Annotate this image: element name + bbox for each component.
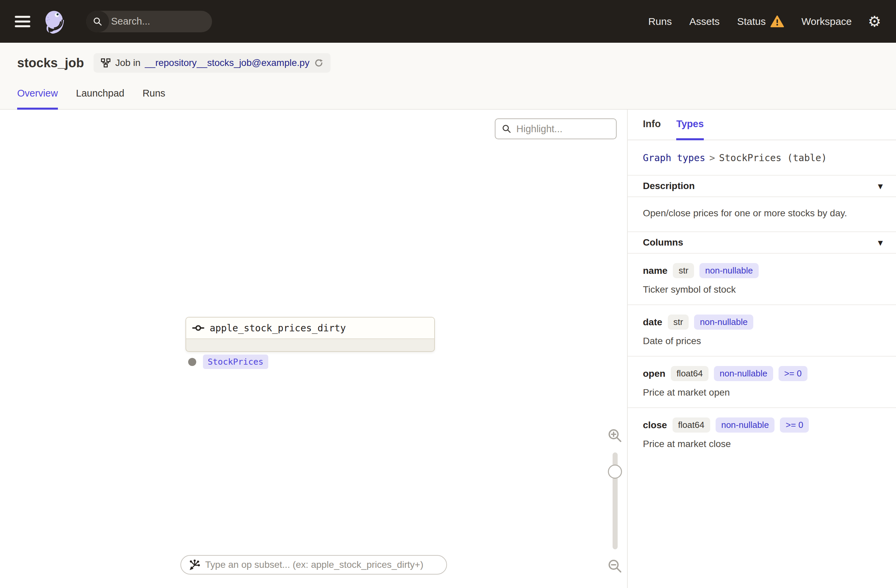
workspace-tree-icon <box>100 58 111 68</box>
zoom-controls <box>606 427 624 574</box>
sidebar-tabs: Info Types <box>628 109 896 140</box>
description-text: Open/close prices for one or more stocks… <box>628 197 896 231</box>
zoom-out-icon[interactable] <box>607 558 623 574</box>
highlight-input[interactable] <box>516 123 610 135</box>
details-sidebar: Info Types Graph types>StockPrices (tabl… <box>628 109 896 588</box>
zoom-slider-knob[interactable] <box>608 465 622 479</box>
app-window: / Runs Assets Status Workspace ⚙ stocks_… <box>0 0 896 588</box>
type-badge: float64 <box>672 418 710 433</box>
output-type-tag[interactable]: StockPrices <box>203 354 268 369</box>
search-input[interactable] <box>109 16 212 27</box>
reload-icon[interactable] <box>314 58 324 68</box>
tab-runs[interactable]: Runs <box>142 88 165 109</box>
constraint-badge: >= 0 <box>779 366 808 381</box>
zoom-in-icon[interactable] <box>607 427 623 444</box>
highlight-search <box>495 119 617 139</box>
gear-icon[interactable]: ⚙ <box>868 14 881 29</box>
column-row: name str non-nullable Ticker symbol of s… <box>628 254 896 305</box>
type-badge: str <box>673 263 694 278</box>
search-icon <box>86 11 109 32</box>
top-nav-bar: / Runs Assets Status Workspace ⚙ <box>0 0 896 43</box>
page-title: stocks_job <box>17 56 84 70</box>
column-name: close <box>643 420 667 431</box>
job-badge-prefix: Job in <box>116 58 141 68</box>
op-node[interactable]: apple_stock_prices_dirty <box>186 317 435 352</box>
column-name: date <box>643 317 663 328</box>
column-row: date str non-nullable Date of prices <box>628 305 896 357</box>
breadcrumb-current: StockPrices (table) <box>719 152 827 164</box>
job-tabs: Overview Launchpad Runs <box>0 88 896 109</box>
constraint-badge: non-nullable <box>699 263 759 278</box>
top-nav-links: Runs Assets Status Workspace <box>648 15 852 27</box>
page-header: stocks_job Job in __repository__stocks_j… <box>0 43 896 109</box>
columns-section-header[interactable]: Columns ▾ <box>628 231 896 254</box>
chevron-down-icon[interactable]: ▾ <box>878 181 882 191</box>
zoom-slider-track[interactable] <box>613 453 618 549</box>
type-badge: float64 <box>671 366 709 381</box>
tab-overview[interactable]: Overview <box>17 88 58 109</box>
op-node-body <box>186 339 434 351</box>
description-section-header[interactable]: Description ▾ <box>628 175 896 197</box>
op-icon <box>192 324 204 332</box>
constraint-badge: non-nullable <box>694 315 753 330</box>
nav-workspace[interactable]: Workspace <box>802 16 852 27</box>
tab-info[interactable]: Info <box>643 119 661 140</box>
column-name: name <box>643 265 667 276</box>
column-description: Price at market open <box>643 387 881 398</box>
graph-types-link[interactable]: Graph types <box>643 152 705 164</box>
constraint-badge: >= 0 <box>780 418 809 433</box>
nav-runs[interactable]: Runs <box>648 16 672 27</box>
columns-title: Columns <box>643 237 683 248</box>
graph-canvas[interactable]: apple_stock_prices_dirty StockPrices <box>0 109 628 588</box>
chevron-down-icon[interactable]: ▾ <box>878 237 882 248</box>
nav-assets[interactable]: Assets <box>689 16 720 27</box>
constraint-badge: non-nullable <box>714 366 773 381</box>
breadcrumb-separator: > <box>709 152 715 164</box>
search-icon <box>501 124 512 134</box>
op-subset-input[interactable] <box>205 559 439 571</box>
menu-icon[interactable] <box>15 16 30 27</box>
op-node-label: apple_stock_prices_dirty <box>210 323 346 334</box>
repository-link[interactable]: __repository__stocks_job@example.py <box>145 58 309 68</box>
constraint-badge: non-nullable <box>716 418 775 433</box>
tab-launchpad[interactable]: Launchpad <box>76 88 125 109</box>
tab-types[interactable]: Types <box>676 119 704 140</box>
job-origin-badge: Job in __repository__stocks_job@example.… <box>94 53 331 73</box>
dagster-logo-icon[interactable] <box>42 8 68 35</box>
nav-status[interactable]: Status <box>737 15 784 27</box>
column-description: Date of prices <box>643 336 881 346</box>
warning-icon <box>771 15 784 27</box>
column-name: open <box>643 368 666 379</box>
global-search[interactable]: / <box>86 11 212 32</box>
op-subset-filter <box>180 555 447 574</box>
output-handle-dot <box>188 358 196 366</box>
column-description: Ticker symbol of stock <box>643 284 881 295</box>
op-output: StockPrices <box>188 354 268 369</box>
column-row: open float64 non-nullable >= 0 Price at … <box>628 357 896 408</box>
op-selector-icon <box>189 559 200 571</box>
type-badge: str <box>668 315 689 330</box>
description-title: Description <box>643 181 695 191</box>
column-row: close float64 non-nullable >= 0 Price at… <box>628 408 896 459</box>
type-breadcrumb: Graph types>StockPrices (table) <box>628 140 896 175</box>
column-description: Price at market close <box>643 439 881 450</box>
